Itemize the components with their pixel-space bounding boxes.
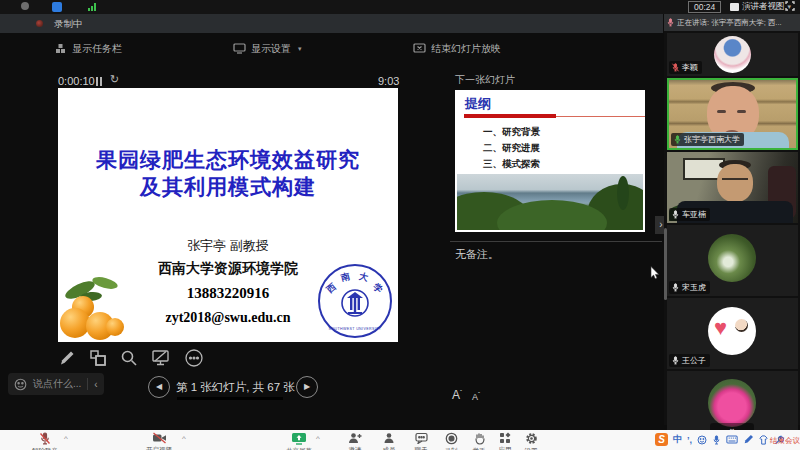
display-settings-button[interactable]: 显示设置 ▾ [233,41,302,56]
slide-author: 张宇亭 副教授 [58,237,398,255]
start-video-label: 开启视频 [146,446,172,450]
view-mode-label: 演讲者视图 [742,1,785,13]
chat-button[interactable]: 聊天 [404,432,438,450]
outline-item: 一、研究背景 [483,126,643,139]
participant-name: 车亚楠 [682,209,706,220]
divider [87,378,88,390]
outline-item: 二、研究进展 [483,142,643,155]
members-label: 成员 [383,446,396,450]
emoji-icon[interactable] [14,378,27,391]
chevron-down-icon: ▾ [298,45,302,53]
slide-title-line1: 果园绿肥生态环境效益研究 [58,146,398,173]
landscape-photo [457,174,643,230]
speaker-mic-icon [666,18,675,27]
current-slide[interactable]: 果园绿肥生态环境效益研究 及其利用模式构建 张宇亭 副教授 西南大学资源环境学院… [58,88,398,342]
invite-person-icon [348,432,362,444]
video-options-chevron[interactable]: ^ [182,434,186,443]
ime-punctuation-toggle[interactable]: ’, [687,435,692,445]
network-signal-icon[interactable] [88,3,96,11]
mic-options-chevron[interactable]: ^ [64,434,68,443]
participant-tile[interactable]: 宋玉虎 [667,225,798,296]
end-slideshow-button[interactable]: 结束幻灯片放映 [413,41,501,56]
chat-icon [415,432,428,444]
raise-hand-icon [474,432,485,445]
members-button[interactable]: 成员 [372,432,406,450]
invite-button[interactable]: 邀请 [338,432,372,450]
start-video-button[interactable]: 开启视频 [142,432,176,450]
share-screen-button[interactable]: 共享屏幕 [282,432,316,450]
mic-muted-icon [39,432,51,445]
mouse-cursor [650,266,660,280]
ime-emoji-icon[interactable] [697,435,707,445]
red-accent-line [556,116,645,117]
gear-icon [525,432,538,445]
annotation-toolbar [58,348,204,368]
ime-handwriting-icon[interactable] [743,434,753,445]
end-meeting-button[interactable]: 结束会议 [770,436,800,446]
name-badge: 车亚楠 [669,208,710,221]
chat-quick-bubble[interactable]: 说点什么... ‹ [8,373,104,395]
share-screen-icon [291,432,307,445]
mic-icon [671,210,680,219]
participant-tile-partial[interactable]: ⌄ [667,371,798,439]
collapse-chat-icon[interactable]: ‹ [94,379,97,390]
next-slide-button[interactable]: ▶ [296,376,318,398]
pen-icon[interactable] [58,349,76,367]
participant-tile[interactable]: ♥ 王公子 [667,298,798,369]
participant-name: 李颖 [682,62,698,73]
name-badge: 张宇亭西南大学 [671,133,744,146]
next-slide-thumbnail[interactable]: 提纲 一、研究背景 二、研究进展 三、模式探索 [455,90,645,232]
participant-tile[interactable]: 车亚楠 [667,152,798,223]
record-icon [445,432,458,445]
layout-icon [730,3,739,11]
participant-tile[interactable]: 李颖 [667,33,798,76]
name-badge: 李颖 [669,61,702,74]
name-badge: 王公子 [669,354,710,367]
ime-voice-icon[interactable] [712,435,721,445]
tray-app-icon[interactable] [52,2,62,12]
outline-heading: 提纲 [465,95,491,113]
unmute-button[interactable]: 解除静音 [28,432,62,450]
more-options-icon[interactable] [184,348,204,368]
apps-grid-icon [499,432,511,444]
ime-keyboard-icon[interactable] [726,435,738,444]
fullscreen-icon[interactable] [785,1,795,11]
sidebar-scrollbar[interactable] [664,228,667,300]
tray-circle-icon[interactable] [21,2,29,10]
participant-tile-speaking[interactable]: 张宇亭西南大学 [667,78,798,150]
red-accent-bar [464,114,556,118]
meeting-screen-share: 00:24 演讲者视图 ▾ 录制中 显示任务栏 显示设置 ▾ 结束幻灯片放映 0… [0,0,800,450]
recording-bar [0,14,663,33]
previous-slide-button[interactable]: ◀ [148,376,170,398]
avatar [714,36,751,73]
heart-icon: ♥ [714,315,727,341]
cartoon-face [735,319,748,332]
name-badge: 宋玉虎 [669,281,710,294]
mic-muted-icon [671,63,680,72]
participant-name: 张宇亭西南大学 [684,134,740,145]
chat-placeholder[interactable]: 说点什么... [33,377,81,391]
zoom-icon[interactable] [120,349,138,367]
slide-sorter-icon[interactable] [89,349,107,367]
sogou-logo-icon[interactable]: S [655,433,668,446]
outline-item: 三、模式探索 [483,158,643,171]
share-options-chevron[interactable]: ^ [316,434,320,443]
font-increase-button[interactable]: Aˆ [452,388,462,402]
notes-text: 无备注。 [455,247,499,262]
view-mode-button[interactable]: 演讲者视图 ▾ [730,1,791,13]
pause-timer-icon[interactable] [96,77,102,86]
notes-font-controls: Aˆ Aˇ [452,388,480,402]
show-taskbar-button[interactable]: 显示任务栏 [55,41,122,56]
restart-timer-icon[interactable]: ↻ [110,73,119,86]
oranges-photo [58,276,138,342]
settings-button[interactable]: 设置 [514,432,548,450]
display-settings-label: 显示设置 [251,42,291,56]
ime-skin-icon[interactable] [758,435,769,445]
ime-language-toggle[interactable]: 中 [673,433,682,446]
meeting-control-bar: 解除静音 ^ 开启视频 ^ 共享屏幕 ^ 邀请 成员 聊天 录制 [0,430,800,450]
meeting-duration: 00:24 [688,1,721,13]
mic-active-icon [673,135,682,144]
font-decrease-button[interactable]: Aˇ [472,391,480,402]
current-time: 9:03 [378,75,399,87]
black-screen-icon[interactable] [151,349,171,367]
